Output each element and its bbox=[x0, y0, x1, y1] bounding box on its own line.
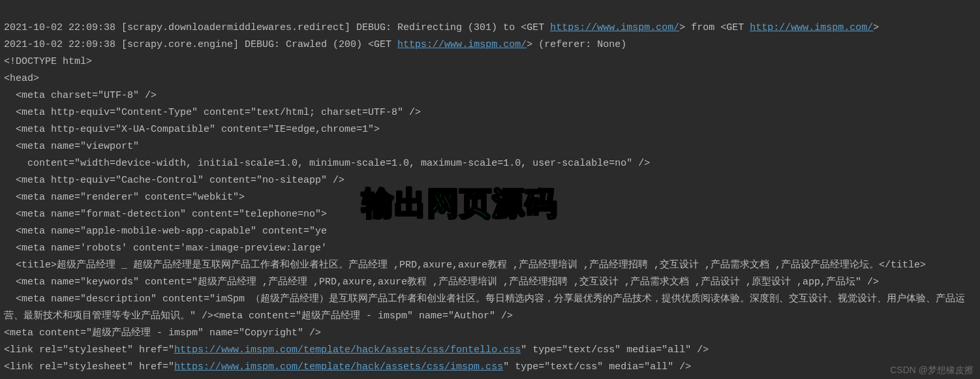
terminal-output: 2021-10-02 22:09:38 [scrapy.downloadermi… bbox=[0, 0, 980, 378]
source-line: <head> bbox=[4, 73, 39, 84]
source-line: <!DOCTYPE html> bbox=[4, 56, 92, 67]
source-line: <meta http-equiv="Content-Type" content=… bbox=[4, 107, 421, 118]
source-line: <link rel="stylesheet" href="https://www… bbox=[4, 344, 709, 356]
source-line: <title>超级产品经理 _ 超级产品经理是互联网产品工作者和创业者社区。产品… bbox=[4, 260, 926, 271]
redirect-source-link[interactable]: http://www.imspm.com/ bbox=[750, 22, 873, 33]
source-line: <meta http-equiv="Cache-Control" content… bbox=[4, 175, 345, 186]
source-line: <meta http-equiv="X-UA-Compatible" conte… bbox=[4, 124, 380, 135]
crawled-url-link[interactable]: https://www.imspm.com/ bbox=[397, 39, 527, 50]
source-line: <link rel="stylesheet" href="https://www… bbox=[4, 361, 691, 372]
source-line: <meta name="description" content="imSpm … bbox=[4, 294, 965, 322]
source-line: <meta charset="UTF-8" /> bbox=[4, 90, 157, 101]
source-line: <meta content="超级产品经理 - imspm" name="Cop… bbox=[4, 327, 321, 339]
stylesheet-link-1[interactable]: https://www.imspm.com/template/hack/asse… bbox=[174, 344, 521, 356]
log-line-2: 2021-10-02 22:09:38 [scrapy.core.engine]… bbox=[4, 39, 626, 50]
source-line: <meta name="viewport" bbox=[4, 141, 139, 152]
source-line: <meta name="format-detection" content="t… bbox=[4, 209, 327, 220]
source-line: <meta name="apple-mobile-web-app-capable… bbox=[4, 226, 327, 237]
redirect-target-link[interactable]: https://www.imspm.com/ bbox=[550, 22, 679, 33]
source-line: <meta name='robots' content='max-image-p… bbox=[4, 243, 327, 254]
log-line-1: 2021-10-02 22:09:38 [scrapy.downloadermi… bbox=[4, 22, 879, 33]
source-line: content="width=device-width, initial-sca… bbox=[4, 158, 650, 169]
source-line: <meta name="renderer" content="webkit"> bbox=[4, 192, 245, 203]
stylesheet-link-2[interactable]: https://www.imspm.com/template/hack/asse… bbox=[174, 361, 503, 372]
source-line: <meta name="keywords" content="超级产品经理 ,产… bbox=[4, 277, 879, 288]
